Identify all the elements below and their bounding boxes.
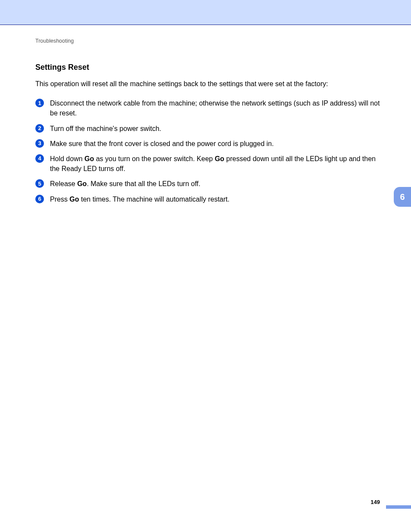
step-number-icon: 3 bbox=[35, 139, 44, 148]
content-area: Troubleshooting Settings Reset This oper… bbox=[0, 25, 411, 204]
step-number-icon: 1 bbox=[35, 99, 44, 107]
section-title: Settings Reset bbox=[35, 63, 385, 72]
top-banner bbox=[0, 0, 411, 25]
step-text: Disconnect the network cable from the ma… bbox=[50, 100, 380, 117]
step-number-icon: 2 bbox=[35, 124, 44, 133]
footer-accent bbox=[386, 505, 411, 509]
step-item: 4Hold down Go as you turn on the power s… bbox=[35, 154, 385, 174]
step-text: Turn off the machine's power switch. bbox=[50, 125, 161, 132]
step-text: Press Go ten times. The machine will aut… bbox=[50, 196, 230, 203]
step-item: 3Make sure that the front cover is close… bbox=[35, 139, 385, 149]
step-item: 5Release Go. Make sure that all the LEDs… bbox=[35, 179, 385, 189]
bold-keyword: Go bbox=[69, 196, 79, 203]
page: Troubleshooting Settings Reset This oper… bbox=[0, 0, 411, 532]
breadcrumb: Troubleshooting bbox=[35, 38, 385, 44]
step-number-icon: 4 bbox=[35, 154, 44, 163]
step-item: 6Press Go ten times. The machine will au… bbox=[35, 194, 385, 204]
step-text: Release Go. Make sure that all the LEDs … bbox=[50, 180, 200, 187]
bold-keyword: Go bbox=[77, 180, 87, 187]
intro-paragraph: This operation will reset all the machin… bbox=[35, 79, 385, 89]
chapter-tab: 6 bbox=[394, 187, 411, 207]
page-number: 149 bbox=[371, 499, 380, 505]
step-item: 1Disconnect the network cable from the m… bbox=[35, 98, 385, 118]
step-number-icon: 5 bbox=[35, 179, 44, 188]
step-text: Make sure that the front cover is closed… bbox=[50, 140, 274, 147]
step-text: Hold down Go as you turn on the power sw… bbox=[50, 155, 376, 172]
step-item: 2Turn off the machine's power switch. bbox=[35, 124, 385, 134]
steps-list: 1Disconnect the network cable from the m… bbox=[35, 98, 385, 204]
bold-keyword: Go bbox=[215, 155, 224, 162]
bold-keyword: Go bbox=[84, 155, 94, 162]
step-number-icon: 6 bbox=[35, 195, 44, 203]
